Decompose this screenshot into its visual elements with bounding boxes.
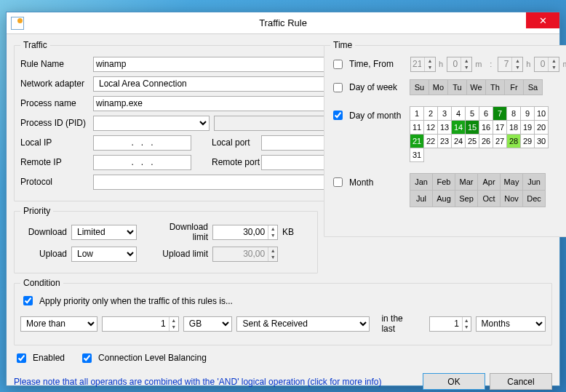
upload-limit-label: Upload limit <box>154 249 212 259</box>
cancel-button[interactable]: Cancel <box>490 373 552 390</box>
day-cell[interactable]: 26 <box>479 134 493 148</box>
close-button[interactable]: ✕ <box>526 12 559 28</box>
traffic-legend: Traffic <box>20 40 50 50</box>
day-cell[interactable]: 24 <box>451 134 466 148</box>
day-cell[interactable]: 11 <box>410 120 424 135</box>
download-label: Download <box>20 227 71 237</box>
month-cell[interactable]: Nov <box>500 190 523 207</box>
day-grid[interactable]: 1234567891011121314151617181920212223242… <box>410 107 549 162</box>
day-cell[interactable]: 1 <box>410 106 424 121</box>
day-cell[interactable]: 3 <box>437 106 452 121</box>
ok-button[interactable]: OK <box>423 373 485 390</box>
remote-ip-input[interactable] <box>93 155 191 170</box>
month-cell[interactable]: Jan <box>410 173 433 191</box>
month-cell[interactable]: Apr <box>477 173 501 191</box>
day-cell[interactable]: 12 <box>423 120 438 135</box>
from-min[interactable]: ▲▼ <box>447 57 472 72</box>
month-cell[interactable]: Jul <box>410 190 433 207</box>
day-cell[interactable]: 22 <box>423 134 438 148</box>
condition-legend: Condition <box>20 278 63 288</box>
time-from-checkbox[interactable]: Time, From <box>330 57 410 71</box>
day-cell[interactable]: 5 <box>465 106 479 121</box>
month-cell[interactable]: Sep <box>455 190 478 207</box>
upload-select[interactable]: Low <box>71 247 137 262</box>
day-cell[interactable]: 4 <box>451 106 466 121</box>
day-cell[interactable]: 10 <box>534 106 549 121</box>
weekday-cell[interactable]: Fr <box>504 79 524 95</box>
month-cell[interactable]: Dec <box>522 190 546 207</box>
month-cell[interactable]: Jun <box>522 173 546 191</box>
dialog-window: Traffic Rule ✕ Traffic Rule Name Network… <box>6 12 560 386</box>
download-limit-spinner[interactable]: ▲▼ <box>212 225 278 240</box>
priority-group: Priority Download Limited Download limit… <box>14 206 318 273</box>
condition-direction-select[interactable]: Sent & Received <box>236 316 370 332</box>
upload-label: Upload <box>20 249 71 259</box>
month-cell[interactable]: Aug <box>432 190 455 207</box>
pid-label: Process ID (PID) <box>20 118 93 128</box>
day-cell[interactable]: 16 <box>479 120 493 135</box>
day-of-month-checkbox[interactable]: Day of month <box>330 108 410 122</box>
app-icon <box>11 17 24 30</box>
day-cell[interactable]: 8 <box>506 106 521 121</box>
condition-unit-select[interactable]: GB <box>183 316 233 332</box>
enabled-checkbox[interactable]: Enabled <box>14 351 65 365</box>
day-cell[interactable]: 31 <box>410 148 424 162</box>
download-select[interactable]: Limited <box>71 225 137 240</box>
to-min[interactable]: ▲▼ <box>534 57 559 72</box>
day-cell[interactable]: 7 <box>493 106 507 121</box>
day-cell[interactable]: 18 <box>506 120 521 135</box>
day-cell[interactable]: 14 <box>451 120 466 135</box>
weekday-cell[interactable]: We <box>466 79 486 95</box>
time-group: Time Time, From ▲▼h ▲▼m : ▲▼h ▲▼m Day of… <box>324 40 566 237</box>
day-cell[interactable]: 17 <box>493 120 507 135</box>
day-of-week-checkbox[interactable]: Day of week <box>330 81 410 95</box>
upload-limit-spinner[interactable]: ▲▼ <box>212 247 278 262</box>
condition-group: Condition Apply priority only when the t… <box>14 278 552 345</box>
process-name-label: Process name <box>20 98 93 108</box>
clb-checkbox[interactable]: Connection Level Balancing <box>79 351 207 365</box>
to-hour[interactable]: ▲▼ <box>498 57 523 72</box>
month-grid[interactable]: JanFebMarAprMayJunJulAugSepOctNovDec <box>410 174 546 207</box>
day-cell[interactable]: 2 <box>423 106 438 121</box>
day-cell[interactable]: 6 <box>479 106 493 121</box>
day-cell[interactable]: 29 <box>520 134 535 148</box>
weekday-cell[interactable]: Mo <box>429 79 448 95</box>
weekday-cell[interactable]: Sa <box>523 79 543 95</box>
day-cell[interactable]: 15 <box>465 120 479 135</box>
day-cell[interactable]: 27 <box>493 134 507 148</box>
condition-operator-select[interactable]: More than <box>20 316 97 332</box>
day-cell[interactable]: 28 <box>506 134 521 148</box>
client-area: Traffic Rule Name Network adapter Local … <box>7 34 559 385</box>
day-cell[interactable]: 20 <box>534 120 549 135</box>
condition-amount-spinner[interactable]: ▲▼ <box>102 316 179 332</box>
day-cell[interactable]: 19 <box>520 120 535 135</box>
local-port-label: Local port <box>212 137 261 148</box>
day-cell[interactable]: 9 <box>520 106 535 121</box>
weekday-grid[interactable]: SuMoTuWeThFrSa <box>410 80 543 95</box>
day-cell[interactable]: 23 <box>437 134 452 148</box>
local-ip-input[interactable] <box>93 135 191 151</box>
day-cell[interactable]: 25 <box>465 134 479 148</box>
protocol-label: Protocol <box>20 177 93 187</box>
in-the-last-label: in the last <box>374 313 424 334</box>
weekday-cell[interactable]: Tu <box>447 79 467 95</box>
apply-priority-checkbox[interactable]: Apply priority only when the traffic of … <box>20 294 546 308</box>
day-cell[interactable]: 30 <box>534 134 549 148</box>
titlebar[interactable]: Traffic Rule ✕ <box>7 12 559 34</box>
time-legend: Time <box>330 40 355 50</box>
local-ip-label: Local IP <box>20 137 93 148</box>
in-the-last-spinner[interactable]: ▲▼ <box>429 316 471 332</box>
month-checkbox[interactable]: Month <box>330 175 410 189</box>
month-cell[interactable]: Oct <box>477 190 501 207</box>
month-cell[interactable]: Mar <box>455 173 478 191</box>
weekday-cell[interactable]: Su <box>410 79 429 95</box>
pid-select[interactable] <box>93 116 210 131</box>
day-cell[interactable]: 13 <box>437 120 452 135</box>
from-hour[interactable]: ▲▼ <box>410 57 436 72</box>
weekday-cell[interactable]: Th <box>485 79 505 95</box>
operand-note-link[interactable]: Please note that all operands are combin… <box>14 377 382 387</box>
month-cell[interactable]: Feb <box>432 173 455 191</box>
day-cell[interactable]: 21 <box>410 134 424 148</box>
in-the-last-unit-select[interactable]: Months <box>476 316 546 332</box>
month-cell[interactable]: May <box>500 173 523 191</box>
